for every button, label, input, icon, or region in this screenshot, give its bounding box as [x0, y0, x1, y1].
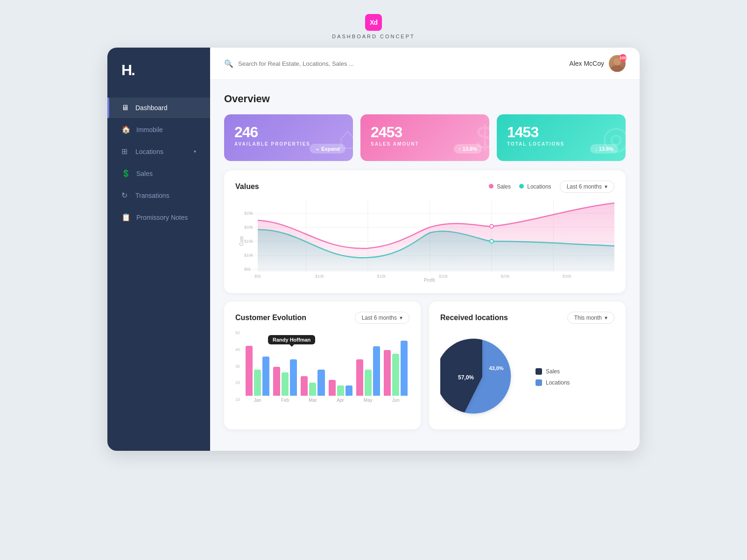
y-tick-20: 20: [235, 380, 240, 385]
month-label-jan: Jan: [246, 398, 269, 403]
app-title: DASHBOARD CONCEPT: [332, 34, 415, 39]
bar-feb-pink: [273, 367, 280, 396]
pie-legend-label-locations: Locations: [546, 379, 570, 386]
svg-text:$10k: $10k: [315, 274, 324, 279]
bar-mar-pink: [301, 376, 308, 396]
stat-card-locations: 1453 TOTAL LOCATIONS ◎ ↓ 13.8%: [497, 114, 626, 161]
sidebar-item-label: Locations: [135, 148, 163, 155]
dropdown-chevron-icon: ▾: [605, 315, 607, 321]
sidebar-item-label: Promissory Notes: [136, 214, 188, 221]
transfer-icon: ↻: [121, 191, 130, 200]
sidebar-item-label: Transations: [135, 192, 169, 199]
user-area: Alex McCoy 100: [569, 55, 626, 72]
y-tick-30: 30: [235, 364, 240, 369]
bar-group-feb: [273, 359, 297, 396]
bar-apr-pink: [329, 380, 336, 396]
expand-label: Expand: [321, 146, 340, 152]
bar-jun-pink: [384, 350, 391, 396]
values-chart-header: Values Sales Locations Last 6 months ▾: [235, 181, 614, 193]
bar-may-blue: [373, 346, 380, 396]
sidebar-item-label: Dashboard: [135, 104, 168, 112]
expand-button[interactable]: ⌄ Expand: [310, 144, 345, 154]
y-axis-label: Cost: [235, 199, 244, 283]
stat-number-sales: 2453: [371, 125, 479, 140]
dropdown-chevron-icon: ▾: [605, 183, 607, 190]
svg-text:$25k: $25k: [244, 211, 253, 216]
bar-apr-green: [337, 385, 344, 396]
received-locations-dropdown[interactable]: This month ▾: [567, 312, 614, 324]
teal-dot: [490, 239, 493, 243]
bar-mar-green: [309, 383, 316, 396]
locations-dot: [519, 184, 524, 189]
customer-evolution-dropdown[interactable]: Last 6 months ▾: [355, 312, 409, 324]
sidebar-item-dashboard[interactable]: 🖥 Dashboard: [107, 98, 210, 118]
bar-jan-green: [254, 370, 261, 396]
dropdown-chevron-icon: ▾: [400, 315, 402, 321]
home-icon: 🏠: [121, 125, 131, 134]
sidebar-item-sales[interactable]: 💲 Sales: [107, 163, 210, 184]
pie-chart-svg: 57,0% 43,0%: [440, 335, 524, 419]
stat-card-sales: 2453 SALES AMOUNT $ ↑ 13.8%: [360, 114, 489, 161]
svg-text:$20k: $20k: [439, 274, 448, 279]
expand-chevron-icon: ⌄: [315, 146, 319, 152]
bar-group-apr: [329, 380, 352, 396]
bar-month-labels: Jan Feb Mar Apr May Jun: [244, 396, 409, 403]
app-header: Xd DASHBOARD CONCEPT: [332, 14, 415, 39]
bar-group-mar: [301, 370, 324, 396]
svg-text:$5k: $5k: [254, 274, 261, 279]
month-label-jun: Jun: [384, 398, 408, 403]
stat-card-available: 246 AVAILABLE PROPERTIES ⌂ ⌄ Expand: [224, 114, 353, 161]
values-chart-wrapper: Cost: [235, 199, 614, 283]
sidebar-item-immobile[interactable]: 🏠 Immobile: [107, 119, 210, 140]
search-input[interactable]: [238, 60, 397, 67]
sidebar-item-label: Immobile: [136, 126, 163, 133]
xd-icon: Xd: [365, 14, 382, 31]
sidebar-item-locations[interactable]: ⊞ Locations ▾: [107, 141, 210, 162]
sales-badge: ↑ 13.8%: [454, 144, 482, 154]
svg-point-1: [611, 65, 623, 72]
bar-jan-pink: [246, 346, 253, 396]
dashboard-icon: 🖥: [121, 104, 130, 112]
pie-legend-box-sales: [536, 368, 542, 375]
bar-jun-blue: [401, 341, 408, 396]
bar-group-jan: [246, 346, 269, 396]
stats-cards: 246 AVAILABLE PROPERTIES ⌂ ⌄ Expand 2453…: [224, 114, 626, 161]
sidebar-item-label: Sales: [136, 170, 153, 177]
bar-may-pink: [356, 359, 363, 396]
sidebar-nav: 🖥 Dashboard 🏠 Immobile ⊞ Locations ▾ 💲 S…: [107, 98, 210, 228]
sidebar: H. 🖥 Dashboard 🏠 Immobile ⊞ Locations ▾ …: [107, 48, 210, 451]
pie-label-blue: 57,0%: [458, 374, 474, 381]
dashboard-content: Overview 246 AVAILABLE PROPERTIES ⌂ ⌄ Ex…: [210, 80, 640, 451]
month-label-mar: Mar: [301, 398, 324, 403]
top-header: 🔍 Alex McCoy 100: [210, 48, 640, 80]
month-label-may: May: [356, 398, 380, 403]
values-dropdown[interactable]: Last 6 months ▾: [560, 181, 614, 193]
bar-group-jun: [384, 341, 408, 396]
pie-legend: Sales Locations: [536, 368, 570, 386]
svg-text:$5k: $5k: [244, 267, 251, 272]
svg-text:$15k: $15k: [244, 239, 253, 244]
pie-legend-box-locations: [536, 379, 542, 386]
pink-dot: [490, 224, 493, 228]
dollar-icon: 💲: [121, 169, 131, 178]
values-chart-card: Values Sales Locations Last 6 months ▾: [224, 170, 626, 293]
pie-chart-area: 57,0% 43,0% Sales Locations: [440, 330, 614, 419]
bar-tooltip: Randy Hoffman: [268, 335, 315, 344]
sidebar-item-promissory[interactable]: 📋 Promissory Notes: [107, 207, 210, 228]
received-locations-card: Received locations This month ▾: [429, 301, 626, 429]
bottom-charts: Customer Evolution Last 6 months ▾ Randy…: [224, 301, 626, 438]
locations-badge: ↓ 13.8%: [590, 144, 618, 154]
svg-text:$15k: $15k: [377, 274, 386, 279]
sidebar-logo: H.: [107, 62, 210, 98]
bar-mar-blue: [317, 370, 324, 396]
pie-legend-label-sales: Sales: [546, 368, 560, 375]
pie-legend-sales: Sales: [536, 368, 570, 375]
sales-dot: [489, 184, 493, 189]
bar-chart-area: Randy Hoffman 50 40 30 20 10: [235, 330, 409, 403]
main-container: H. 🖥 Dashboard 🏠 Immobile ⊞ Locations ▾ …: [107, 48, 640, 451]
sidebar-item-transations[interactable]: ↻ Transations: [107, 185, 210, 206]
svg-text:$25k: $25k: [501, 274, 510, 279]
y-tick-10: 10: [235, 397, 240, 402]
search-icon: 🔍: [224, 59, 233, 68]
avatar-wrapper: 100: [609, 55, 626, 72]
